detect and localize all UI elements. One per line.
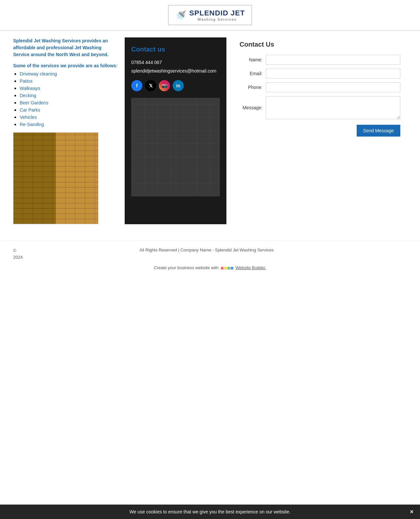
service-walkways[interactable]: Walkways — [20, 86, 40, 91]
name-row: Name: — [240, 55, 400, 65]
logo-text-block: SPLENDID JET Washing Services — [189, 9, 245, 21]
wix-text: Create your business website with — [154, 265, 219, 270]
bottom-space — [0, 283, 420, 415]
footer-copyright: ©2024 — [13, 248, 23, 260]
main-container: Splendid Jet Washing Services provides a… — [0, 31, 420, 231]
list-item: Driveway cleaning — [20, 71, 118, 77]
service-re-sanding[interactable]: Re-Sanding — [20, 122, 44, 127]
list-item: Walkways — [20, 85, 118, 91]
phone-row: Phone: — [240, 82, 400, 92]
logo-icon: 🚿 — [175, 10, 187, 21]
social-icons: f 𝕏 📷 in — [131, 80, 220, 91]
contact-email: splendidjetwashingservices@hotmail.com — [131, 68, 220, 74]
site-header: 🚿 SPLENDID JET Washing Services — [0, 0, 420, 31]
service-driveway[interactable]: Driveway cleaning — [20, 71, 57, 76]
logo-subtitle: Washing Services — [189, 17, 245, 21]
service-car-parks[interactable]: Car Parks — [20, 107, 40, 113]
list-item: Beer Gardens — [20, 100, 118, 106]
before-image — [13, 133, 56, 224]
facebook-icon[interactable]: f — [131, 80, 142, 91]
list-item: Patios — [20, 78, 118, 84]
email-input[interactable] — [266, 69, 400, 78]
right-column: Contact Us Name: Email: Phone: Message: … — [233, 37, 407, 224]
email-label: Email: — [240, 71, 262, 76]
wix-link[interactable]: Website Builder. — [235, 265, 266, 270]
message-textarea[interactable] — [266, 96, 400, 119]
contact-phone: 07854 444 067 — [131, 60, 220, 65]
footer-rights: All Rights Reserved | Company Name - Spl… — [23, 248, 390, 252]
services-list: Driveway cleaning Patios Walkways Deckin… — [13, 71, 118, 127]
service-beer-gardens[interactable]: Beer Gardens — [20, 100, 48, 105]
logo-inner: 🚿 SPLENDID JET Washing Services — [175, 9, 245, 21]
phone-label: Phone: — [240, 85, 262, 90]
before-after-image — [13, 132, 98, 224]
phone-input[interactable] — [266, 82, 400, 92]
logo-box: 🚿 SPLENDID JET Washing Services — [168, 5, 252, 25]
footer-top: ©2024 All Rights Reserved | Company Name… — [13, 248, 407, 260]
map-grid — [131, 98, 220, 196]
message-label: Message: — [240, 105, 262, 110]
twitter-icon[interactable]: 𝕏 — [145, 80, 156, 91]
name-input[interactable] — [266, 55, 400, 65]
linkedin-icon[interactable]: in — [173, 80, 184, 91]
service-decking[interactable]: Decking — [20, 93, 36, 98]
left-column: Splendid Jet Washing Services provides a… — [13, 37, 118, 224]
send-message-button[interactable]: Send Message — [357, 125, 400, 137]
wix-square-4 — [231, 267, 233, 270]
after-image — [56, 133, 98, 224]
middle-column: Contact us 07854 444 067 splendidjetwash… — [125, 37, 226, 224]
name-label: Name: — [240, 57, 262, 62]
map-placeholder — [131, 98, 220, 196]
wix-square-1 — [221, 267, 223, 270]
cookie-banner: We use cookies to ensure that we give yo… — [0, 505, 420, 519]
list-item: Re-Sanding — [20, 121, 118, 127]
footer: ©2024 All Rights Reserved | Company Name… — [0, 241, 420, 283]
service-vehicles[interactable]: Vehicles — [20, 115, 37, 120]
cookie-message: We use cookies to ensure that we give yo… — [130, 509, 291, 514]
cookie-close-button[interactable]: × — [410, 508, 413, 515]
contact-form-heading: Contact Us — [240, 41, 400, 48]
footer-wix: Create your business website with Websit… — [154, 265, 266, 277]
list-item: Vehicles — [20, 114, 118, 120]
list-item: Car Parks — [20, 107, 118, 113]
service-patios[interactable]: Patios — [20, 78, 32, 84]
services-intro: Some of the services we provide are as f… — [13, 63, 118, 68]
wix-square-2 — [224, 267, 227, 270]
wix-logo — [221, 267, 233, 270]
instagram-icon[interactable]: 📷 — [159, 80, 170, 91]
intro-description: Splendid Jet Washing Services provides a… — [13, 37, 118, 58]
logo-title: SPLENDID JET — [189, 9, 245, 17]
contact-dark-heading: Contact us — [131, 46, 220, 53]
list-item: Decking — [20, 93, 118, 98]
wix-square-3 — [227, 267, 230, 270]
email-row: Email: — [240, 69, 400, 78]
message-row: Message: — [240, 96, 400, 119]
